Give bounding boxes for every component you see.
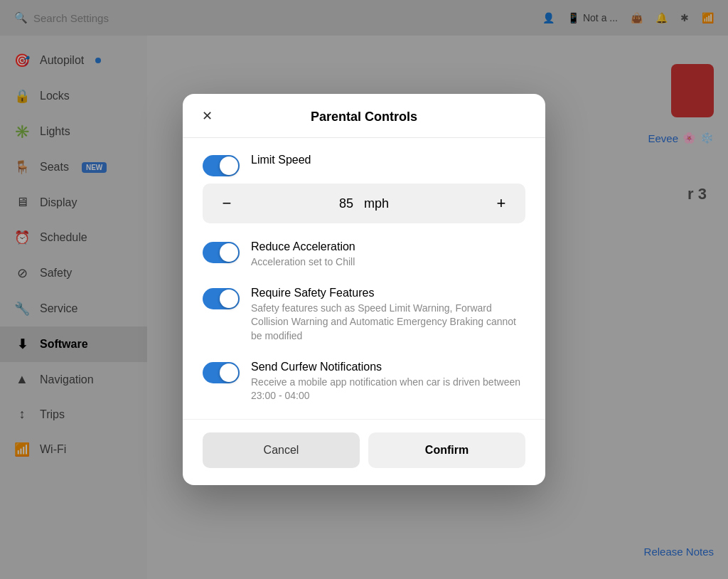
send-curfew-content: Send Curfew Notifications Receive a mobi… xyxy=(251,361,525,403)
modal-title: Parental Controls xyxy=(311,110,417,124)
reduce-acceleration-content: Reduce Acceleration Acceleration set to … xyxy=(251,240,525,270)
limit-speed-row: Limit Speed xyxy=(203,154,525,176)
reduce-acceleration-title: Reduce Acceleration xyxy=(251,240,525,253)
modal-close-button[interactable]: ✕ xyxy=(197,106,217,126)
reduce-acceleration-toggle[interactable] xyxy=(203,242,240,263)
modal-header: ✕ Parental Controls xyxy=(183,94,545,138)
speed-plus-button[interactable]: + xyxy=(490,192,513,215)
require-safety-content: Require Safety Features Safety features … xyxy=(251,287,525,344)
confirm-button[interactable]: Confirm xyxy=(368,432,525,468)
reduce-acceleration-desc: Acceleration set to Chill xyxy=(251,255,525,270)
limit-speed-section: Limit Speed − 85 mph + xyxy=(203,154,525,223)
require-safety-row: Require Safety Features Safety features … xyxy=(203,287,525,344)
modal-footer: Cancel Confirm xyxy=(183,419,545,485)
send-curfew-desc: Receive a mobile app notification when c… xyxy=(251,376,525,403)
modal-body: Limit Speed − 85 mph + Reduce Ac xyxy=(183,138,545,419)
speed-control: − 85 mph + xyxy=(203,184,525,223)
modal-overlay: ✕ Parental Controls Limit Speed − 85 xyxy=(0,0,728,579)
limit-speed-toggle[interactable] xyxy=(203,155,240,176)
require-safety-desc: Safety features such as Speed Limit Warn… xyxy=(251,302,525,344)
send-curfew-row: Send Curfew Notifications Receive a mobi… xyxy=(203,361,525,403)
send-curfew-toggle[interactable] xyxy=(203,362,240,383)
speed-minus-button[interactable]: − xyxy=(215,192,238,215)
speed-number: 85 xyxy=(339,196,353,211)
require-safety-toggle[interactable] xyxy=(203,288,240,309)
send-curfew-title: Send Curfew Notifications xyxy=(251,361,525,373)
speed-value: 85 mph xyxy=(339,196,389,211)
limit-speed-title: Limit Speed xyxy=(251,154,525,166)
require-safety-title: Require Safety Features xyxy=(251,287,525,299)
cancel-button[interactable]: Cancel xyxy=(203,432,360,468)
parental-controls-modal: ✕ Parental Controls Limit Speed − 85 xyxy=(183,94,545,485)
speed-unit: mph xyxy=(364,196,389,211)
reduce-acceleration-row: Reduce Acceleration Acceleration set to … xyxy=(203,240,525,270)
limit-speed-content: Limit Speed xyxy=(251,154,525,169)
